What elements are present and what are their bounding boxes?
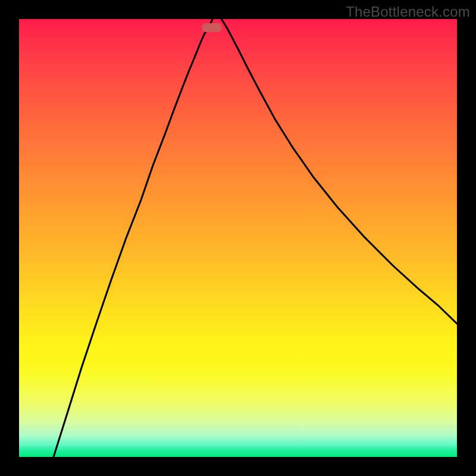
chart-frame: TheBottleneck.com [0,0,476,476]
watermark-text: TheBottleneck.com [346,4,470,20]
bottleneck-curve [19,19,457,457]
optimum-marker [202,23,222,32]
plot-area [19,19,457,457]
